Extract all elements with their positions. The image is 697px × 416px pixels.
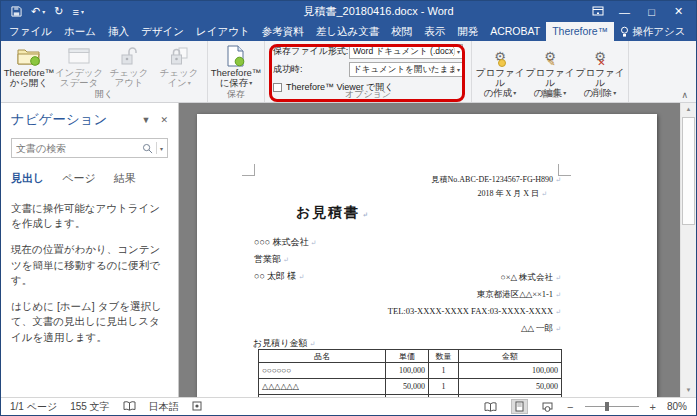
nav-tab-pages[interactable]: ページ — [62, 171, 96, 186]
tab-view[interactable]: 表示 — [418, 22, 451, 41]
scroll-up-icon[interactable]: ▲ — [681, 103, 696, 116]
zoom-level[interactable]: 80% — [667, 401, 687, 412]
table-header-row: 品名 単価 数量 金額 — [259, 350, 562, 363]
group-label-manage: 管理 — [472, 88, 628, 101]
redo-button[interactable]: ↻ — [54, 5, 63, 18]
viewer-checkbox-label: Therefore™ Viewer で開く — [286, 81, 394, 94]
lock-icon — [170, 44, 188, 68]
ribbon-display-options-button[interactable] — [584, 6, 611, 18]
word-window: ↶ ▾ ↻ ≡ ▾ 見積書_20180416.docx - Word — □ ✕… — [0, 0, 697, 416]
nav-close-icon[interactable]: ✕ — [160, 115, 168, 125]
on-success-label: 成功時: — [273, 63, 349, 76]
delete-profile-icon: ⚙✕ — [594, 44, 606, 68]
tabbar-right: 操作アシス サインイン 共有 — [614, 22, 696, 41]
viewer-checkbox[interactable] — [273, 83, 282, 92]
document-search-box[interactable]: ▾ — [11, 138, 168, 158]
zoom-slider[interactable] — [585, 406, 639, 407]
proofing-icon[interactable] — [123, 401, 136, 413]
minimize-button[interactable]: — — [611, 6, 638, 18]
save-format-label: 保存ファイル形式: — [273, 45, 349, 58]
edit-profile-icon: ⚙✎ — [544, 44, 556, 68]
tab-mailings[interactable]: 差し込み文書 — [310, 22, 386, 41]
zoom-out-button[interactable]: − — [567, 401, 573, 413]
table-row — [259, 395, 562, 398]
scroll-down-icon[interactable]: ▼ — [681, 384, 696, 397]
ribbon-group-options: 保存ファイル形式: Word ドキュメント (.docx) ▾ 成功時: ドキュ… — [265, 41, 472, 102]
search-input[interactable] — [16, 143, 139, 154]
check-in-caret-icon: ▾ — [188, 78, 191, 88]
quick-access-toolbar: ↶ ▾ ↻ ≡ ▾ — [5, 5, 173, 18]
save-to-therefore-button[interactable]: Therefore™ に保存 ▾ — [211, 43, 261, 88]
maximize-button[interactable]: □ — [638, 6, 665, 18]
save-format-dropdown[interactable]: Word ドキュメント (.docx) ▾ — [349, 44, 463, 59]
tab-file[interactable]: ファイル — [3, 22, 58, 41]
tell-me-assistant[interactable]: 操作アシス — [614, 22, 691, 41]
index-data-icon — [68, 44, 90, 68]
quote-number: 見積No.ABC-DE-1234567-FG-H890 — [432, 174, 561, 185]
search-icon — [142, 143, 153, 154]
window-controls: — □ ✕ — [584, 5, 692, 18]
macro-record-icon[interactable] — [192, 401, 202, 413]
dropdown-caret-icon: ▾ — [454, 48, 460, 55]
word-count[interactable]: 155 文字 — [70, 400, 109, 414]
unlock-icon — [120, 44, 138, 68]
therefore-open-button[interactable]: Therefore™ から開く — [4, 43, 54, 88]
read-mode-icon — [484, 402, 497, 412]
save-icon[interactable] — [11, 6, 22, 17]
zoom-in-button[interactable]: + — [650, 401, 656, 413]
vertical-scrollbar[interactable]: ▲ ▼ — [680, 103, 696, 397]
tab-therefore[interactable]: Therefore™ — [546, 22, 614, 41]
language-indicator[interactable]: 日本語 — [149, 400, 179, 414]
quote-table: 品名 単価 数量 金額 ○○○○○○ 100,000 1 100,000 △△△… — [258, 349, 562, 397]
qat-customize-button[interactable]: ≡ ▾ — [72, 6, 83, 18]
web-layout-icon — [542, 402, 553, 412]
nav-options-caret-icon[interactable]: ▼ — [142, 115, 151, 125]
ribbon-tab-bar: ファイル ホーム 挿入 デザイン レイアウト 参考資料 差し込み文書 校閲 表示… — [1, 22, 696, 41]
page-indicator[interactable]: 1/1 ページ — [10, 400, 57, 414]
group-label-save: 保存 — [208, 88, 264, 101]
content-area: ナビゲーション ▼ ✕ ▾ 見出し ページ 結果 文書に操作可能なアウトラインを… — [1, 103, 696, 397]
print-layout-icon — [515, 401, 524, 412]
search-options-caret-icon[interactable]: ▾ — [160, 145, 163, 152]
index-data-button[interactable]: インデック スデータ — [54, 43, 104, 88]
sender-block: ○×△ 株式会社 東京都港区△△××1-1 TEL:03-XXXX-XXXX F… — [388, 269, 561, 337]
tab-home[interactable]: ホーム — [58, 22, 102, 41]
undo-button[interactable]: ↶ ▾ — [31, 5, 45, 18]
check-in-button[interactable]: チェック イン ▾ — [154, 43, 204, 88]
nav-tab-results[interactable]: 結果 — [114, 171, 136, 186]
create-profile-icon: ⚙ — [494, 44, 506, 68]
document-page[interactable]: 見積No.ABC-DE-1234567-FG-H890 2018 年 X 月 X… — [197, 114, 657, 397]
tab-review[interactable]: 校閲 — [385, 22, 418, 41]
tab-insert[interactable]: 挿入 — [102, 22, 135, 41]
scrollbar-thumb[interactable] — [682, 117, 695, 225]
recipient-block: ○○○ 株式会社 営業部 ○○ 太郎 様 — [254, 234, 316, 285]
lightbulb-icon — [620, 26, 629, 38]
status-bar: 1/1 ページ 155 文字 日本語 − + 80% — [1, 397, 696, 415]
read-mode-button[interactable] — [481, 401, 500, 413]
tab-layout[interactable]: レイアウト — [190, 22, 256, 41]
margin-corner-mark — [242, 164, 255, 176]
collapse-ribbon-button[interactable]: ∧ — [681, 90, 688, 100]
web-layout-button[interactable] — [539, 401, 556, 413]
undo-icon: ↶ — [31, 5, 40, 18]
document-canvas: 見積No.ABC-DE-1234567-FG-H890 2018 年 X 月 X… — [179, 103, 680, 397]
navigation-pane-title: ナビゲーション — [11, 111, 107, 129]
tab-acrobat[interactable]: ACROBAT — [484, 22, 546, 41]
quote-date: 2018 年 X 月 X 日 — [478, 188, 547, 199]
navigation-pane: ナビゲーション ▼ ✕ ▾ 見出し ページ 結果 文書に操作可能なアウトラインを… — [1, 103, 179, 397]
on-success-dropdown[interactable]: ドキュメントを開いたままにする ▾ — [349, 62, 463, 77]
print-layout-button[interactable] — [511, 399, 528, 414]
zoom-slider-thumb[interactable] — [605, 402, 609, 411]
nav-tab-headings[interactable]: 見出し — [11, 171, 44, 186]
close-button[interactable]: ✕ — [665, 5, 692, 18]
window-title: 見積書_20180416.docx - Word — [173, 4, 584, 19]
check-out-button[interactable]: チェック アウト — [104, 43, 154, 88]
navigation-help-text: 文書に操作可能なアウトラインを作成します。 現在の位置がわかり、コンテンツを簡単… — [11, 201, 168, 345]
document-title: お見積書 — [296, 204, 370, 222]
tab-developer[interactable]: 開発 — [451, 22, 484, 41]
ribbon-group-save: Therefore™ に保存 ▾ 保存 — [208, 41, 265, 102]
tab-references[interactable]: 参考資料 — [256, 22, 310, 41]
sign-in-button[interactable]: サインイン — [691, 22, 696, 41]
table-row: ○○○○○○ 100,000 1 100,000 — [259, 363, 562, 379]
tab-design[interactable]: デザイン — [135, 22, 190, 41]
